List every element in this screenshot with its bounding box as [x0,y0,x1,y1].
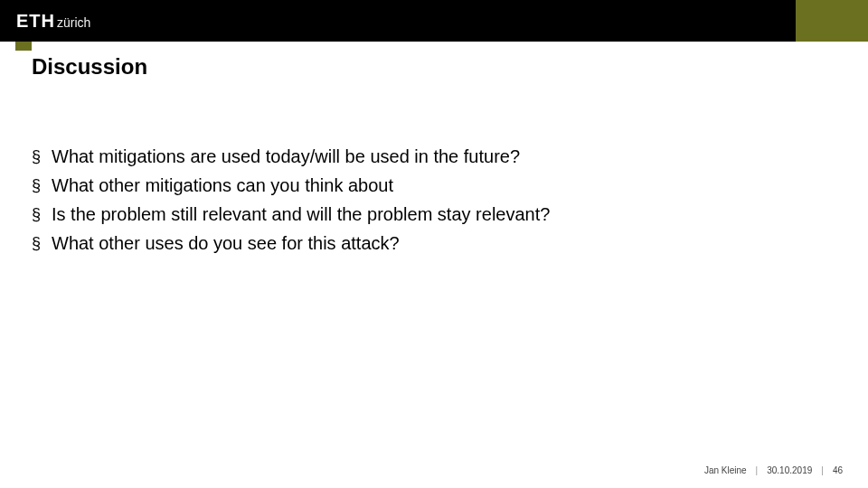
slide: ETH zürich Discussion § What mitigations… [0,0,868,488]
bullet-icon: § [32,174,52,197]
footer-separator: | [821,465,824,475]
bullet-icon: § [32,231,52,255]
eth-logo: ETH zürich [16,11,90,32]
eth-logo-text: ETH [16,11,55,32]
bullet-icon: § [32,145,52,168]
bullet-text: What other uses do you see for this atta… [52,231,400,255]
slide-footer: Jan Kleine | 30.10.2019 | 46 [704,465,843,475]
bullet-text: What mitigations are used today/will be … [52,145,520,168]
footer-date: 30.10.2019 [767,465,812,475]
footer-page-number: 46 [833,465,843,475]
bullet-icon: § [32,202,52,226]
eth-logo-subtext: zürich [57,15,90,30]
footer-author: Jan Kleine [704,465,747,475]
list-item: § What other mitigations can you think a… [32,174,796,197]
bullet-text: Is the problem still relevant and will t… [52,202,550,226]
slide-title: Discussion [32,54,147,80]
bullet-text: What other mitigations can you think abo… [52,174,393,197]
list-item: § What other uses do you see for this at… [32,231,796,255]
header-bar: ETH zürich [0,0,868,42]
list-item: § What mitigations are used today/will b… [32,145,796,168]
accent-tab [15,42,32,51]
bullet-list: § What mitigations are used today/will b… [32,145,796,260]
list-item: § Is the problem still relevant and will… [32,202,796,226]
header-black-segment: ETH zürich [0,0,796,42]
header-olive-segment [796,0,868,42]
footer-separator: | [756,465,759,475]
